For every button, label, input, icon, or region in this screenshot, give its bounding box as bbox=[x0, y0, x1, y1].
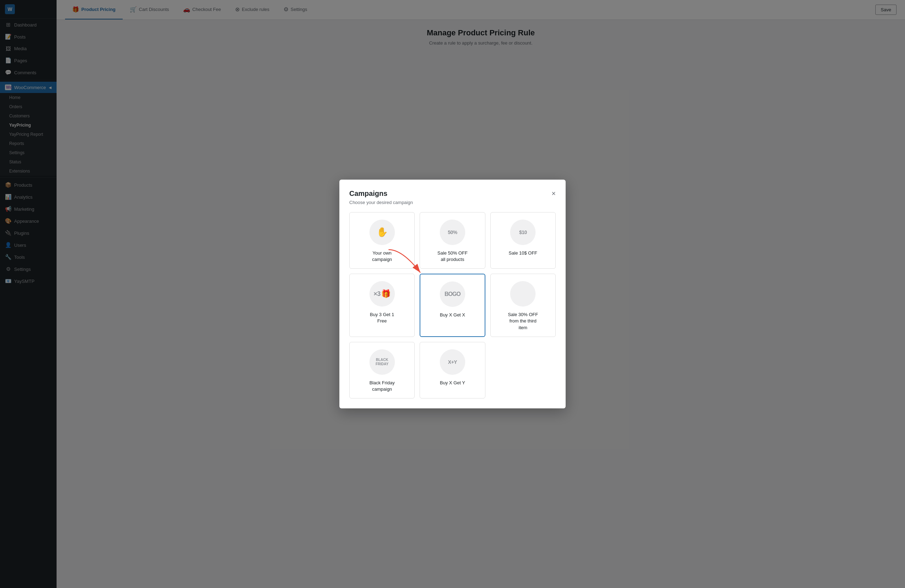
campaign-card-bogo[interactable]: BOGO Buy X Get X bbox=[420, 274, 485, 337]
bogo-label: Buy X Get X bbox=[440, 312, 465, 318]
campaign-card-sale10[interactable]: $10 Sale 10$ OFF bbox=[490, 212, 556, 269]
modal-close-button[interactable]: × bbox=[551, 190, 556, 197]
campaigns-modal: Campaigns × Choose your desired campaign… bbox=[339, 180, 566, 408]
modal-subtitle: Choose your desired campaign bbox=[349, 200, 556, 205]
buy3get1-icon: ×3 🎁 bbox=[370, 281, 395, 307]
sale10-icon: $10 bbox=[510, 219, 535, 245]
bogo-icon: BOGO bbox=[440, 281, 465, 307]
sale30-icon bbox=[510, 281, 535, 307]
campaign-card-sale50[interactable]: 50% Sale 50% OFFall products bbox=[420, 212, 485, 269]
own-campaign-icon: ✋ bbox=[370, 219, 395, 245]
sale50-label: Sale 50% OFFall products bbox=[437, 250, 467, 263]
black-friday-icon: BLACKFRIDAY bbox=[370, 349, 395, 375]
sale50-icon: 50% bbox=[440, 219, 465, 245]
sale30-label: Sale 30% OFFfrom the thirditem bbox=[508, 311, 538, 331]
modal-title: Campaigns bbox=[349, 189, 387, 198]
buy-x-get-y-icon: X+Y bbox=[440, 349, 465, 375]
campaign-card-buy-x-get-y[interactable]: X+Y Buy X Get Y bbox=[420, 342, 485, 399]
campaign-card-own[interactable]: ✋ Your owncampaign bbox=[349, 212, 415, 269]
campaign-card-black-friday[interactable]: BLACKFRIDAY Black Fridaycampaign bbox=[349, 342, 415, 399]
sale10-label: Sale 10$ OFF bbox=[509, 250, 537, 256]
buy-x-get-y-label: Buy X Get Y bbox=[440, 380, 465, 386]
buy3get1-label: Buy 3 Get 1Free bbox=[370, 311, 394, 324]
modal-header: Campaigns × bbox=[349, 189, 556, 198]
black-friday-label: Black Fridaycampaign bbox=[370, 380, 395, 393]
modal-overlay[interactable]: Campaigns × Choose your desired campaign… bbox=[0, 0, 905, 588]
campaign-card-buy3get1[interactable]: ×3 🎁 Buy 3 Get 1Free bbox=[349, 274, 415, 337]
campaign-grid: ✋ Your owncampaign 50% Sale 50% OFFall p… bbox=[349, 212, 556, 399]
own-campaign-label: Your owncampaign bbox=[372, 250, 392, 263]
campaign-card-sale30[interactable]: Sale 30% OFFfrom the thirditem bbox=[490, 274, 556, 337]
